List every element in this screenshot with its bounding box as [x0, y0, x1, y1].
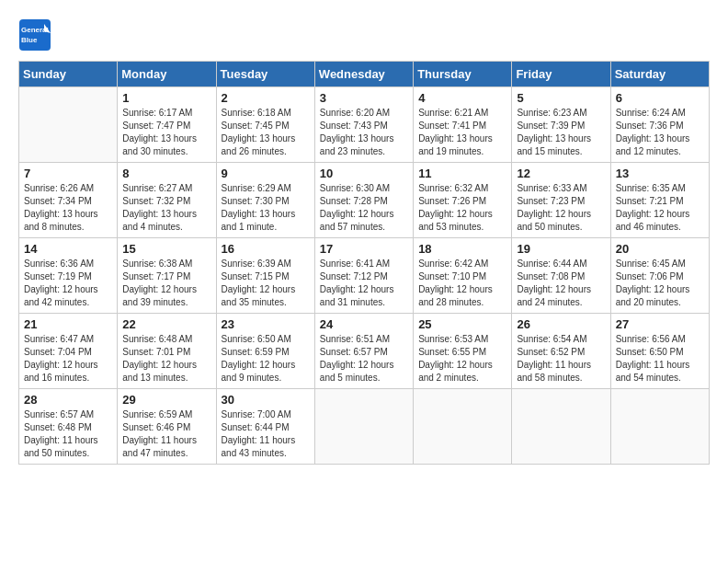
day-number: 18	[418, 242, 506, 256]
week-row-4: 21Sunrise: 6:47 AMSunset: 7:04 PMDayligh…	[19, 314, 710, 389]
day-info: Sunrise: 6:18 AMSunset: 7:45 PMDaylight:…	[222, 107, 310, 158]
day-cell: 15Sunrise: 6:38 AMSunset: 7:17 PMDayligh…	[118, 238, 216, 314]
day-number: 2	[222, 91, 310, 105]
day-number: 4	[418, 91, 506, 105]
svg-rect-0	[19, 19, 51, 51]
day-number: 22	[122, 317, 210, 331]
day-cell: 7Sunrise: 6:26 AMSunset: 7:34 PMDaylight…	[19, 163, 118, 238]
day-info: Sunrise: 6:53 AMSunset: 6:55 PMDaylight:…	[418, 333, 506, 385]
day-info: Sunrise: 6:44 AMSunset: 7:08 PMDaylight:…	[517, 258, 605, 309]
day-info: Sunrise: 7:00 AMSunset: 6:44 PMDaylight:…	[222, 408, 310, 460]
day-info: Sunrise: 6:56 AMSunset: 6:50 PMDaylight:…	[616, 333, 704, 385]
week-row-5: 28Sunrise: 6:57 AMSunset: 6:48 PMDayligh…	[19, 389, 710, 465]
day-cell: 22Sunrise: 6:48 AMSunset: 7:01 PMDayligh…	[118, 314, 216, 389]
day-cell: 11Sunrise: 6:32 AMSunset: 7:26 PMDayligh…	[414, 163, 512, 238]
day-cell: 14Sunrise: 6:36 AMSunset: 7:19 PMDayligh…	[19, 238, 118, 314]
logo-svg: General Blue	[18, 18, 51, 52]
day-number: 9	[222, 167, 310, 180]
day-cell	[414, 389, 512, 465]
day-number: 30	[222, 393, 310, 407]
calendar-header-row: SundayMondayTuesdayWednesdayThursdayFrid…	[19, 62, 710, 87]
day-cell: 9Sunrise: 6:29 AMSunset: 7:30 PMDaylight…	[216, 163, 314, 238]
day-info: Sunrise: 6:41 AMSunset: 7:12 PMDaylight:…	[320, 258, 408, 309]
day-number: 10	[320, 167, 408, 180]
day-info: Sunrise: 6:33 AMSunset: 7:23 PMDaylight:…	[517, 182, 605, 234]
day-info: Sunrise: 6:59 AMSunset: 6:46 PMDaylight:…	[122, 408, 210, 460]
day-number: 28	[24, 393, 112, 407]
svg-text:Blue: Blue	[21, 36, 38, 44]
day-cell: 10Sunrise: 6:30 AMSunset: 7:28 PMDayligh…	[314, 163, 413, 238]
day-info: Sunrise: 6:54 AMSunset: 6:52 PMDaylight:…	[517, 333, 605, 385]
day-number: 16	[222, 242, 310, 256]
day-number: 25	[418, 317, 506, 331]
day-cell: 21Sunrise: 6:47 AMSunset: 7:04 PMDayligh…	[19, 314, 118, 389]
day-info: Sunrise: 6:23 AMSunset: 7:39 PMDaylight:…	[517, 107, 605, 158]
page-header: General Blue	[18, 18, 710, 52]
day-cell: 17Sunrise: 6:41 AMSunset: 7:12 PMDayligh…	[314, 238, 413, 314]
day-number: 3	[320, 91, 408, 105]
day-number: 1	[122, 91, 210, 105]
day-cell: 13Sunrise: 6:35 AMSunset: 7:21 PMDayligh…	[610, 163, 709, 238]
day-number: 29	[122, 393, 210, 407]
day-number: 12	[517, 167, 605, 180]
day-number: 11	[418, 167, 506, 180]
column-header-thursday: Thursday	[414, 62, 512, 87]
day-cell: 3Sunrise: 6:20 AMSunset: 7:43 PMDaylight…	[314, 87, 413, 163]
day-cell: 5Sunrise: 6:23 AMSunset: 7:39 PMDaylight…	[512, 87, 610, 163]
day-info: Sunrise: 6:35 AMSunset: 7:21 PMDaylight:…	[616, 182, 704, 234]
logo: General Blue	[18, 18, 51, 52]
day-number: 6	[616, 91, 704, 105]
day-info: Sunrise: 6:21 AMSunset: 7:41 PMDaylight:…	[418, 107, 506, 158]
day-number: 20	[616, 242, 704, 256]
day-cell: 27Sunrise: 6:56 AMSunset: 6:50 PMDayligh…	[610, 314, 709, 389]
day-number: 8	[122, 167, 210, 180]
day-info: Sunrise: 6:17 AMSunset: 7:47 PMDaylight:…	[122, 107, 210, 158]
day-number: 19	[517, 242, 605, 256]
day-info: Sunrise: 6:50 AMSunset: 6:59 PMDaylight:…	[222, 333, 310, 385]
day-cell: 23Sunrise: 6:50 AMSunset: 6:59 PMDayligh…	[216, 314, 314, 389]
day-cell: 29Sunrise: 6:59 AMSunset: 6:46 PMDayligh…	[118, 389, 216, 465]
week-row-1: 1Sunrise: 6:17 AMSunset: 7:47 PMDaylight…	[19, 87, 710, 163]
day-info: Sunrise: 6:27 AMSunset: 7:32 PMDaylight:…	[122, 182, 210, 234]
day-info: Sunrise: 6:51 AMSunset: 6:57 PMDaylight:…	[320, 333, 408, 385]
day-info: Sunrise: 6:42 AMSunset: 7:10 PMDaylight:…	[418, 258, 506, 309]
day-info: Sunrise: 6:32 AMSunset: 7:26 PMDaylight:…	[418, 182, 506, 234]
day-cell	[610, 389, 709, 465]
day-number: 24	[320, 317, 408, 331]
day-info: Sunrise: 6:48 AMSunset: 7:01 PMDaylight:…	[122, 333, 210, 385]
day-number: 27	[616, 317, 704, 331]
day-number: 21	[24, 317, 112, 331]
day-cell: 28Sunrise: 6:57 AMSunset: 6:48 PMDayligh…	[19, 389, 118, 465]
day-info: Sunrise: 6:38 AMSunset: 7:17 PMDaylight:…	[122, 258, 210, 309]
day-info: Sunrise: 6:45 AMSunset: 7:06 PMDaylight:…	[616, 258, 704, 309]
column-header-tuesday: Tuesday	[216, 62, 314, 87]
day-info: Sunrise: 6:47 AMSunset: 7:04 PMDaylight:…	[24, 333, 112, 385]
day-cell: 18Sunrise: 6:42 AMSunset: 7:10 PMDayligh…	[414, 238, 512, 314]
day-cell: 6Sunrise: 6:24 AMSunset: 7:36 PMDaylight…	[610, 87, 709, 163]
day-number: 13	[616, 167, 704, 180]
day-cell: 19Sunrise: 6:44 AMSunset: 7:08 PMDayligh…	[512, 238, 610, 314]
day-number: 7	[24, 167, 112, 180]
day-info: Sunrise: 6:20 AMSunset: 7:43 PMDaylight:…	[320, 107, 408, 158]
day-info: Sunrise: 6:36 AMSunset: 7:19 PMDaylight:…	[24, 258, 112, 309]
day-info: Sunrise: 6:39 AMSunset: 7:15 PMDaylight:…	[222, 258, 310, 309]
day-info: Sunrise: 6:29 AMSunset: 7:30 PMDaylight:…	[222, 182, 310, 234]
day-cell: 1Sunrise: 6:17 AMSunset: 7:47 PMDaylight…	[118, 87, 216, 163]
column-header-sunday: Sunday	[19, 62, 118, 87]
day-cell: 8Sunrise: 6:27 AMSunset: 7:32 PMDaylight…	[118, 163, 216, 238]
week-row-2: 7Sunrise: 6:26 AMSunset: 7:34 PMDaylight…	[19, 163, 710, 238]
day-info: Sunrise: 6:57 AMSunset: 6:48 PMDaylight:…	[24, 408, 112, 460]
day-info: Sunrise: 6:24 AMSunset: 7:36 PMDaylight:…	[616, 107, 704, 158]
day-cell: 20Sunrise: 6:45 AMSunset: 7:06 PMDayligh…	[610, 238, 709, 314]
day-number: 5	[517, 91, 605, 105]
day-number: 17	[320, 242, 408, 256]
day-cell: 16Sunrise: 6:39 AMSunset: 7:15 PMDayligh…	[216, 238, 314, 314]
day-cell	[512, 389, 610, 465]
day-cell: 2Sunrise: 6:18 AMSunset: 7:45 PMDaylight…	[216, 87, 314, 163]
column-header-saturday: Saturday	[610, 62, 709, 87]
column-header-wednesday: Wednesday	[314, 62, 413, 87]
column-header-monday: Monday	[118, 62, 216, 87]
day-cell: 4Sunrise: 6:21 AMSunset: 7:41 PMDaylight…	[414, 87, 512, 163]
day-cell: 24Sunrise: 6:51 AMSunset: 6:57 PMDayligh…	[314, 314, 413, 389]
day-number: 23	[222, 317, 310, 331]
